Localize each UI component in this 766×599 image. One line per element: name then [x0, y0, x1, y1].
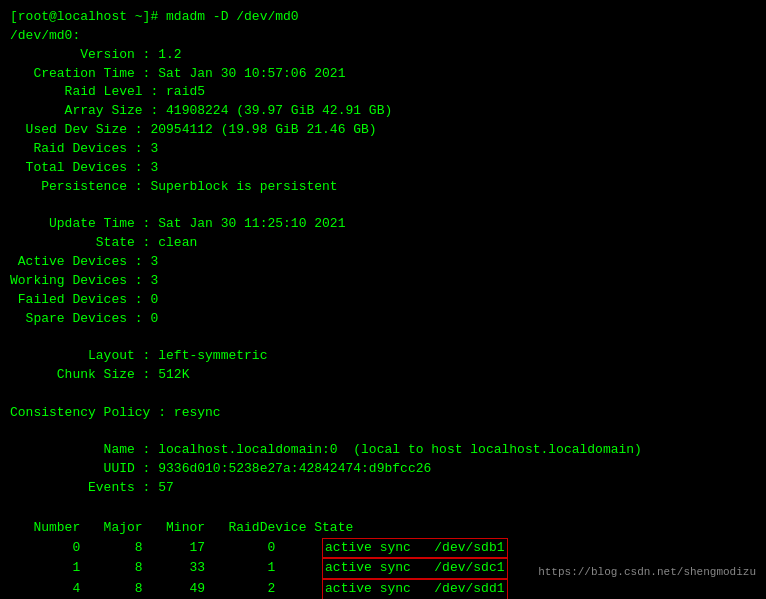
- layout-line: Layout : left-symmetric: [10, 347, 756, 366]
- failed-devices-line: Failed Devices : 0: [10, 291, 756, 310]
- version-line: Version : 1.2: [10, 46, 756, 65]
- events-line: Events : 57: [10, 479, 756, 498]
- name-line: Name : localhost.localdomain:0 (local to…: [10, 441, 756, 460]
- row2-state-device: active sync /dev/sdd1: [322, 579, 507, 599]
- raid-devices-line: Raid Devices : 3: [10, 140, 756, 159]
- watermark: https://blog.csdn.net/shengmodizu: [538, 566, 756, 578]
- active-devices-line: Active Devices : 3: [10, 253, 756, 272]
- chunk-size-line: Chunk Size : 512K: [10, 366, 756, 385]
- spacer4: [10, 423, 756, 442]
- state-line: State : clean: [10, 234, 756, 253]
- spacer1: [10, 196, 756, 215]
- row0-state-device: active sync /dev/sdb1: [322, 538, 507, 559]
- table-row: 4 8 49 2 active sync /dev/sdd1: [10, 579, 756, 599]
- working-devices-line: Working Devices : 3: [10, 272, 756, 291]
- total-devices-line: Total Devices : 3: [10, 159, 756, 178]
- uuid-line: UUID : 9336d010:5238e27a:42842474:d9bfcc…: [10, 460, 756, 479]
- creation-time-line: Creation Time : Sat Jan 30 10:57:06 2021: [10, 65, 756, 84]
- table-row: 0 8 17 0 active sync /dev/sdb1: [10, 538, 756, 559]
- spacer5: [10, 498, 756, 517]
- table-header: Number Major Minor RaidDevice State: [10, 519, 756, 538]
- terminal-window: [root@localhost ~]# mdadm -D /dev/md0 /d…: [0, 0, 766, 599]
- spare-devices-line: Spare Devices : 0: [10, 310, 756, 329]
- used-dev-size-line: Used Dev Size : 20954112 (19.98 GiB 21.4…: [10, 121, 756, 140]
- raid-level-line: Raid Level : raid5: [10, 83, 756, 102]
- device-line: /dev/md0:: [10, 27, 756, 46]
- row1-state-device: active sync /dev/sdc1: [322, 558, 507, 579]
- update-time-line: Update Time : Sat Jan 30 11:25:10 2021: [10, 215, 756, 234]
- spacer2: [10, 328, 756, 347]
- persistence-line: Persistence : Superblock is persistent: [10, 178, 756, 197]
- array-size-line: Array Size : 41908224 (39.97 GiB 42.91 G…: [10, 102, 756, 121]
- consistency-policy-line: Consistency Policy : resync: [10, 404, 756, 423]
- spacer3: [10, 385, 756, 404]
- prompt-line: [root@localhost ~]# mdadm -D /dev/md0: [10, 8, 756, 27]
